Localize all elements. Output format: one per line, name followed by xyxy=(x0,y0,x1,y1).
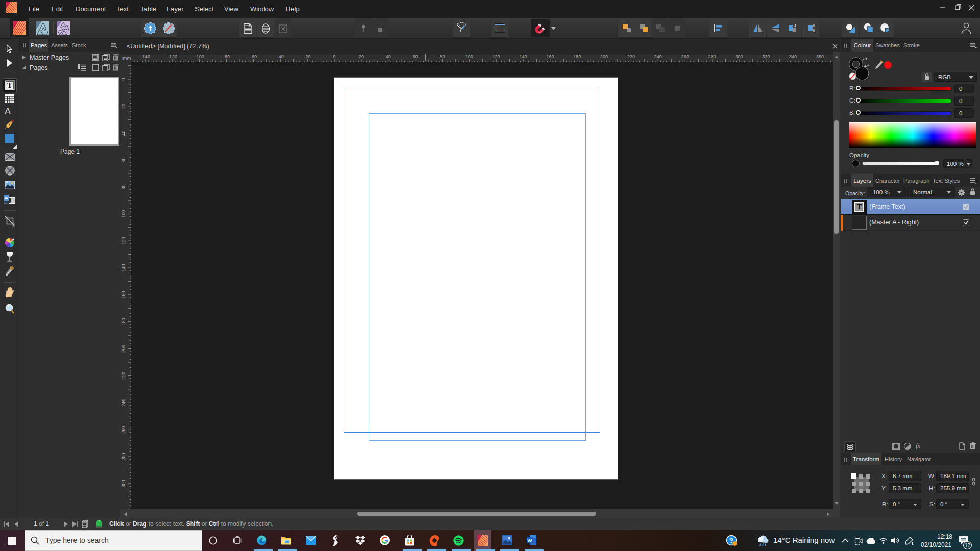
svg-text:-140: -140 xyxy=(141,54,150,59)
svg-text:20: 20 xyxy=(359,54,364,59)
svg-text:0: 0 xyxy=(121,78,126,80)
svg-text:120: 120 xyxy=(493,54,500,59)
svg-text:160: 160 xyxy=(546,54,554,59)
svg-text:20: 20 xyxy=(121,104,126,109)
svg-text:-120: -120 xyxy=(168,54,177,59)
svg-text:60: 60 xyxy=(413,54,418,59)
svg-text:300: 300 xyxy=(121,480,126,487)
svg-text:-20: -20 xyxy=(304,54,311,59)
svg-text:220: 220 xyxy=(121,372,126,380)
svg-text:60: 60 xyxy=(121,158,126,163)
svg-text:280: 280 xyxy=(708,54,716,59)
svg-text:-100: -100 xyxy=(195,54,204,59)
svg-text:80: 80 xyxy=(439,54,445,59)
svg-text:280: 280 xyxy=(121,453,126,460)
svg-text:80: 80 xyxy=(121,184,126,189)
svg-text:320: 320 xyxy=(762,54,770,59)
svg-text:W: W xyxy=(528,538,532,543)
svg-text:100: 100 xyxy=(465,54,473,59)
svg-text:-80: -80 xyxy=(223,54,230,59)
svg-text:140: 140 xyxy=(121,264,126,271)
svg-text:360: 360 xyxy=(816,54,824,59)
svg-text:200: 200 xyxy=(600,54,608,59)
svg-text:260: 260 xyxy=(681,54,689,59)
svg-text:-40: -40 xyxy=(277,54,284,59)
svg-text:300: 300 xyxy=(735,54,743,59)
svg-text:340: 340 xyxy=(789,54,797,59)
svg-text:200: 200 xyxy=(121,345,126,353)
svg-text:240: 240 xyxy=(121,399,126,407)
svg-text:180: 180 xyxy=(573,54,581,59)
svg-text:40: 40 xyxy=(386,54,391,59)
svg-text:180: 180 xyxy=(121,318,126,325)
svg-text:220: 220 xyxy=(627,54,635,59)
svg-text:140: 140 xyxy=(519,54,527,59)
svg-text:0: 0 xyxy=(333,54,335,59)
svg-text:120: 120 xyxy=(121,237,126,245)
svg-text:160: 160 xyxy=(121,291,126,298)
svg-text:260: 260 xyxy=(121,426,126,434)
svg-text:100: 100 xyxy=(121,210,126,218)
svg-text:240: 240 xyxy=(654,54,662,59)
svg-text:-60: -60 xyxy=(250,54,257,59)
